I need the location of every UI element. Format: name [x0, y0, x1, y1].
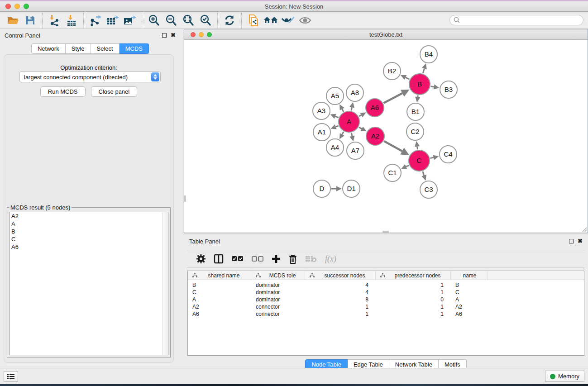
- export-network-button[interactable]: [87, 13, 104, 28]
- graph-node-C[interactable]: C: [409, 150, 430, 171]
- import-table-button[interactable]: [63, 13, 80, 28]
- result-item[interactable]: A2: [10, 212, 168, 220]
- tab-mcds[interactable]: MCDS: [120, 43, 149, 54]
- network-canvas[interactable]: B4B2BB3A8A5A6A3B1AA1C2A2A4A7C4CC1C3DD1: [184, 40, 588, 233]
- graph-edge-A-A8[interactable]: [349, 102, 354, 111]
- column-header-shared-name[interactable]: shared name: [188, 271, 251, 280]
- task-history-button[interactable]: [4, 371, 18, 382]
- graph-node-A2[interactable]: A2: [366, 127, 384, 145]
- graph-node-A8[interactable]: A8: [346, 84, 363, 101]
- graph-node-A[interactable]: A: [339, 111, 359, 132]
- graph-edge-C-C4[interactable]: [430, 155, 439, 160]
- graph-node-A6[interactable]: A6: [366, 99, 384, 117]
- deselect-all-button[interactable]: [252, 252, 263, 266]
- column-header-predecessor-nodes[interactable]: predecessor nodes: [376, 271, 451, 280]
- result-item[interactable]: B: [10, 228, 168, 235]
- graph-edge-A-A5[interactable]: [339, 104, 344, 112]
- float-panel-icon[interactable]: [162, 33, 167, 38]
- open-session-button[interactable]: [5, 13, 22, 28]
- graph-node-C1[interactable]: C1: [384, 164, 401, 181]
- graph-edge-A-A4[interactable]: [339, 132, 344, 139]
- network-graph[interactable]: B4B2BB3A8A5A6A3B1AA1C2A2A4A7C4CC1C3DD1: [184, 40, 588, 233]
- hide-graphics-details-button[interactable]: [279, 13, 296, 28]
- graph-edge-A6-B[interactable]: [383, 90, 409, 103]
- select-all-button[interactable]: [232, 252, 244, 266]
- graph-edge-C-C3[interactable]: [421, 172, 426, 181]
- graph-edge-B-B1[interactable]: [415, 95, 420, 102]
- table-row[interactable]: A6connector11A6: [188, 310, 584, 318]
- float-table-panel-icon[interactable]: [569, 239, 574, 243]
- graph-node-B4[interactable]: B4: [420, 46, 437, 63]
- table-row[interactable]: Adominator80A: [188, 296, 584, 303]
- column-header-MCDS-role[interactable]: MCDS role: [251, 271, 305, 280]
- canvas-scrollbar-horizontal[interactable]: [382, 231, 389, 233]
- graph-edge-A-A2[interactable]: [359, 127, 367, 132]
- tab-network[interactable]: Network: [31, 43, 66, 54]
- graph-node-D[interactable]: D: [313, 180, 330, 197]
- export-table-button[interactable]: [104, 13, 121, 28]
- clone-network-button[interactable]: [245, 13, 262, 28]
- table-row[interactable]: A2connector11A2: [188, 303, 584, 310]
- graph-edge-D-D1[interactable]: [331, 186, 342, 191]
- canvas-scrollbar-vertical[interactable]: [184, 195, 186, 202]
- criterion-dropdown[interactable]: largest connected component (directed): [19, 71, 161, 82]
- table-settings-button[interactable]: [196, 252, 206, 266]
- zoom-selected-button[interactable]: [197, 13, 214, 28]
- table-row[interactable]: Bdominator41B: [188, 281, 584, 289]
- zoom-out-button[interactable]: [163, 13, 180, 28]
- graph-edge-A-A3[interactable]: [330, 114, 339, 119]
- close-panel-icon[interactable]: ✖: [171, 33, 176, 38]
- graph-edge-A-A7[interactable]: [349, 133, 354, 141]
- graph-node-A5[interactable]: A5: [326, 87, 344, 105]
- table-row[interactable]: Cdominator41C: [188, 289, 584, 296]
- run-mcds-button[interactable]: Run MCDS: [40, 86, 86, 97]
- network-window-titlebar[interactable]: testGlobe.txt: [184, 29, 588, 40]
- graph-node-A4[interactable]: A4: [326, 139, 344, 156]
- tab-style[interactable]: Style: [66, 43, 91, 54]
- graph-node-C3[interactable]: C3: [420, 181, 437, 198]
- graph-node-B3[interactable]: B3: [440, 81, 457, 98]
- resize-grip-icon[interactable]: [582, 227, 587, 232]
- tab-select[interactable]: Select: [91, 43, 120, 54]
- result-item[interactable]: C: [10, 235, 168, 243]
- delete-column-button[interactable]: [289, 252, 297, 266]
- graph-node-A3[interactable]: A3: [313, 102, 330, 119]
- refresh-button[interactable]: [221, 13, 238, 28]
- memory-button[interactable]: Memory: [545, 371, 584, 382]
- add-column-button[interactable]: [272, 252, 281, 266]
- delete-table-button[interactable]: [305, 252, 317, 266]
- graph-edge-A2-C[interactable]: [384, 141, 409, 155]
- zoom-in-button[interactable]: [145, 13, 163, 28]
- graph-edge-C-C2[interactable]: [415, 141, 420, 149]
- column-view-button[interactable]: [214, 252, 224, 266]
- show-hide-button[interactable]: [296, 13, 314, 28]
- close-panel-button[interactable]: Close panel: [91, 86, 138, 97]
- result-item[interactable]: A6: [10, 243, 168, 251]
- graph-node-A7[interactable]: A7: [347, 142, 364, 159]
- graph-edge-B-B4[interactable]: [422, 63, 427, 73]
- graph-node-D1[interactable]: D1: [343, 180, 360, 197]
- graph-edge-B-B2[interactable]: [401, 75, 409, 80]
- graph-edge-B-B3[interactable]: [431, 84, 440, 89]
- zoom-fit-button[interactable]: [180, 13, 197, 28]
- close-table-panel-icon[interactable]: ✖: [578, 239, 583, 243]
- graph-node-C4[interactable]: C4: [440, 146, 457, 163]
- graph-node-A1[interactable]: A1: [313, 124, 330, 141]
- function-builder-button[interactable]: f(x): [325, 252, 336, 266]
- graph-node-C2[interactable]: C2: [406, 123, 424, 140]
- result-item[interactable]: A: [10, 220, 168, 228]
- result-list-scrollbar[interactable]: [162, 212, 168, 355]
- column-header-name[interactable]: name: [451, 271, 488, 280]
- graph-edge-C-C1[interactable]: [401, 164, 409, 169]
- export-image-button[interactable]: [121, 13, 139, 28]
- column-header-successor-nodes[interactable]: successor nodes: [305, 271, 376, 280]
- graph-node-B1[interactable]: B1: [407, 103, 424, 120]
- graph-edge-A-A6[interactable]: [359, 113, 366, 118]
- graph-node-B[interactable]: B: [409, 74, 430, 95]
- graph-node-B2[interactable]: B2: [383, 62, 401, 80]
- home-layouts-button[interactable]: [262, 13, 279, 28]
- graph-edge-A-A1[interactable]: [331, 124, 339, 129]
- save-session-button[interactable]: [22, 13, 39, 28]
- search-input[interactable]: [449, 15, 583, 25]
- import-network-button[interactable]: [46, 13, 63, 28]
